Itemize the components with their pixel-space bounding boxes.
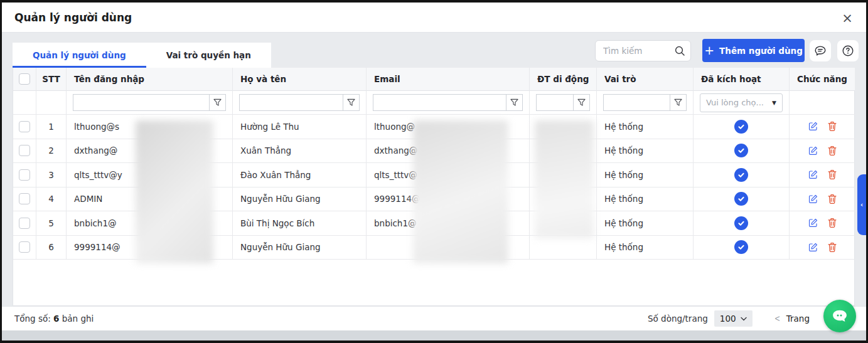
edit-icon[interactable]: [808, 121, 818, 132]
comment-icon: [813, 44, 827, 58]
add-user-label: Thêm người dùng: [719, 46, 803, 56]
add-user-button[interactable]: + Thêm người dùng: [702, 39, 805, 62]
search-icon: [674, 45, 685, 56]
cell-fullname: Nguyễn Hữu Giang: [233, 187, 367, 212]
rows-per-page-label: Số dòng/trang: [648, 314, 708, 324]
window-frame: Quản lý người dùng × Quản lý người dùng …: [0, 0, 868, 343]
filter-fullname-funnel-icon[interactable]: [343, 94, 360, 111]
edit-icon[interactable]: [808, 242, 818, 253]
blurred-email-region: [413, 120, 508, 263]
cell-stt: 1: [36, 115, 67, 139]
col-phone: ĐT di động: [530, 68, 597, 91]
cell-role: Hệ thống: [597, 115, 694, 139]
cell-activated: [694, 163, 790, 187]
cell-fullname: Bùi Thị Ngọc Bích: [233, 211, 367, 236]
col-role: Vai trò: [597, 68, 694, 91]
cell-role: Hệ thống: [597, 163, 694, 187]
page-background: Quản lý người dùng × Quản lý người dùng …: [2, 3, 866, 340]
row-checkbox[interactable]: [19, 121, 30, 132]
user-management-modal: Quản lý người dùng × Quản lý người dùng …: [2, 3, 866, 330]
caret-down-icon: ▼: [772, 100, 776, 106]
prev-page-button[interactable]: <: [775, 314, 780, 324]
total-value: 6: [53, 314, 59, 324]
cell-stt: 5: [36, 211, 67, 236]
delete-icon[interactable]: [827, 242, 837, 253]
cell-activated: [694, 211, 790, 236]
col-email: Email: [367, 68, 530, 91]
question-icon: [841, 44, 855, 58]
pagination: Số dòng/trang 100 < Trang: [648, 310, 854, 327]
col-fullname: Họ và tên: [233, 68, 367, 91]
delete-icon[interactable]: [827, 121, 837, 132]
cell-fullname: Xuân Thẳng: [233, 139, 367, 164]
cell-stt: 6: [36, 236, 67, 260]
filter-email-input[interactable]: [373, 94, 506, 111]
cell-role: Hệ thống: [597, 139, 694, 164]
activated-check-icon: [734, 144, 748, 157]
total-suffix: bản ghi: [62, 314, 94, 324]
delete-icon[interactable]: [827, 194, 837, 204]
cell-actions: [790, 211, 855, 236]
filter-username-input[interactable]: [73, 94, 209, 111]
side-panel-toggle[interactable]: ‹: [857, 174, 866, 235]
cell-role: Hệ thống: [597, 187, 694, 212]
modal-footer: Tổng số: 6 bản ghi Số dòng/trang 100 < T…: [2, 306, 866, 330]
filter-role-input[interactable]: [603, 94, 670, 111]
chat-fab-button[interactable]: [823, 300, 856, 332]
blurred-phone-region: [535, 120, 594, 238]
row-checkbox[interactable]: [19, 169, 30, 181]
row-checkbox[interactable]: [19, 145, 30, 156]
activated-check-icon: [734, 216, 748, 230]
filter-email-funnel-icon[interactable]: [506, 94, 523, 111]
select-all-checkbox[interactable]: [19, 73, 30, 85]
edit-icon[interactable]: [808, 194, 818, 204]
row-checkbox[interactable]: [19, 241, 30, 253]
edit-icon[interactable]: [808, 218, 818, 228]
cell-activated: [694, 187, 790, 212]
filter-fullname-input[interactable]: [239, 94, 343, 111]
filter-activated-placeholder: Vui lòng chọ...: [706, 98, 764, 107]
tab-roles-permissions[interactable]: Vai trò quyền hạn: [146, 43, 271, 68]
total-label: Tổng số:: [14, 314, 51, 324]
delete-icon[interactable]: [827, 145, 837, 156]
cell-activated: [694, 115, 790, 139]
tab-bar: Quản lý người dùng Vai trò quyền hạn: [13, 43, 271, 68]
feedback-button[interactable]: [810, 40, 831, 61]
tab-user-management[interactable]: Quản lý người dùng: [13, 43, 146, 68]
edit-icon[interactable]: [808, 145, 818, 156]
row-checkbox[interactable]: [19, 218, 30, 229]
rows-per-page-value: 100: [720, 314, 736, 324]
cell-activated: [694, 139, 790, 164]
edit-icon[interactable]: [808, 169, 818, 180]
plus-icon: +: [704, 45, 714, 56]
chevron-left-icon: ‹: [860, 201, 864, 209]
cell-activated: [694, 236, 790, 260]
chat-bubble-icon: [830, 307, 849, 325]
filter-activated-select[interactable]: Vui lòng chọ... ▼: [700, 93, 783, 112]
delete-icon[interactable]: [827, 218, 837, 228]
col-stt: STT: [36, 68, 67, 91]
filter-phone-funnel-icon[interactable]: [573, 94, 590, 111]
filter-role-funnel-icon[interactable]: [670, 94, 687, 111]
activated-check-icon: [734, 168, 748, 182]
row-checkbox[interactable]: [19, 193, 30, 204]
page-label: Trang: [786, 314, 810, 324]
rows-per-page-select[interactable]: 100: [714, 310, 753, 327]
users-table: STT Tên đăng nhập Họ và tên Email ĐT di …: [13, 68, 855, 306]
close-icon[interactable]: ×: [840, 11, 855, 26]
help-button[interactable]: [837, 40, 859, 61]
col-username: Tên đăng nhập: [67, 68, 233, 91]
modal-titlebar: Quản lý người dùng ×: [2, 3, 866, 33]
activated-check-icon: [734, 120, 748, 134]
cell-stt: 4: [36, 187, 67, 212]
cell-fullname: Hường Lê Thu: [233, 115, 367, 139]
cell-role: Hệ thống: [597, 211, 694, 236]
filter-username-funnel-icon[interactable]: [209, 94, 226, 111]
delete-icon[interactable]: [827, 169, 837, 180]
search-input[interactable]: [603, 46, 674, 56]
cell-fullname: Nguyễn Hữu Giang: [233, 236, 367, 260]
cell-role: Hệ thống: [597, 236, 694, 260]
cell-stt: 2: [36, 139, 67, 164]
filter-phone-input[interactable]: [536, 94, 573, 111]
blurred-username-region: [136, 120, 213, 263]
